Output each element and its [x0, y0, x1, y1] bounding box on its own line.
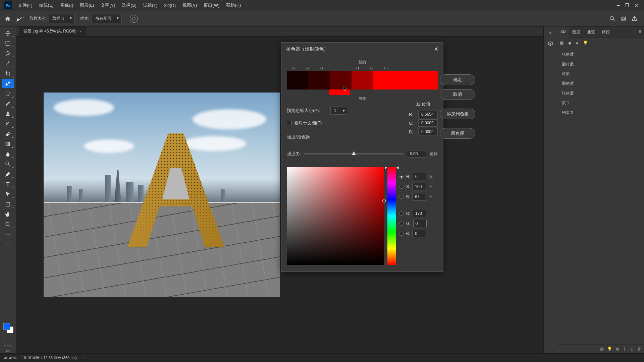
intensity-input[interactable]: 0.00	[407, 150, 426, 158]
relative-checkbox-row[interactable]: 相对于文档(E)	[287, 120, 402, 126]
blur-tool[interactable]	[2, 149, 14, 159]
more-tools[interactable]: ⋯	[2, 230, 14, 239]
screen-mode-icon[interactable]: ▭	[6, 349, 10, 353]
intensity-slider[interactable]	[304, 153, 404, 155]
menu-edit[interactable]: 编辑(E)	[36, 1, 57, 10]
list-item[interactable]: 束 1	[557, 98, 644, 108]
list-item[interactable]: 张材质	[557, 50, 644, 59]
foreground-swatch[interactable]	[3, 323, 10, 330]
scene-filter-icon[interactable]: ▦	[560, 41, 564, 45]
swatch-minus2[interactable]	[308, 71, 330, 89]
exposure-swatches[interactable]	[287, 71, 438, 89]
menu-3d[interactable]: 3D(D)	[161, 2, 179, 9]
move-tool[interactable]	[2, 28, 14, 38]
swatch-plus1[interactable]	[373, 71, 394, 89]
rr-radio[interactable]	[399, 212, 404, 216]
saturation-value-field[interactable]	[287, 167, 384, 265]
minimize-icon[interactable]: ━	[617, 3, 620, 8]
crop-tool[interactable]	[2, 69, 14, 78]
document-tab[interactable]: 背景.jpg @ 45.5% (A, RGB/8) ×	[19, 26, 86, 36]
bb-radio[interactable]	[399, 232, 404, 236]
lasso-tool[interactable]	[2, 49, 14, 58]
home-icon[interactable]	[3, 14, 13, 24]
menu-window[interactable]: 窗口(W)	[200, 1, 223, 10]
menu-file[interactable]: 文件(F)	[15, 1, 36, 10]
tab-channels[interactable]: 通道	[584, 26, 598, 38]
gg-radio[interactable]	[399, 222, 404, 226]
eyedropper-tool[interactable]	[2, 79, 14, 88]
cam-icon[interactable]: ▣	[615, 347, 619, 351]
trash-icon[interactable]: 🗑	[637, 347, 641, 351]
menu-type[interactable]: 文字(Y)	[97, 1, 118, 10]
list-item[interactable]: 约束 2	[557, 108, 644, 118]
tab-3d[interactable]: 3D	[557, 26, 569, 38]
light-filter-icon[interactable]: 💡	[583, 41, 588, 45]
h-input[interactable]: 0	[413, 173, 426, 180]
panel-icon-3d[interactable]	[545, 39, 555, 49]
tool-preview-icon[interactable]: ˅	[15, 14, 25, 24]
swatch-minus1[interactable]	[330, 71, 352, 89]
sample-ring-icon[interactable]	[130, 15, 138, 23]
brush-tool[interactable]	[2, 99, 14, 108]
mesh-filter-icon[interactable]: ◆	[568, 41, 571, 45]
menu-select[interactable]: 选择(S)	[118, 1, 140, 10]
tab-layers[interactable]: 图层	[569, 26, 584, 38]
light-icon[interactable]: 💡	[607, 347, 612, 351]
history-brush-tool[interactable]	[2, 119, 14, 128]
maximize-icon[interactable]: ❐	[625, 3, 629, 8]
b-input[interactable]: 67	[413, 193, 426, 200]
new-icon[interactable]: ⭳	[623, 347, 627, 351]
ok-button[interactable]: 确定	[440, 74, 475, 85]
render-icon[interactable]: ▦	[600, 347, 604, 351]
cancel-button[interactable]: 取消	[440, 89, 475, 100]
slider-thumb[interactable]	[352, 151, 356, 155]
panel-menu-icon[interactable]: ≡	[636, 26, 644, 38]
g32-input[interactable]: 0.0009	[418, 119, 438, 127]
swatch-minus3[interactable]	[287, 71, 308, 89]
swatch-plus3[interactable]	[416, 71, 438, 89]
path-select-tool[interactable]	[2, 189, 14, 199]
menu-layer[interactable]: 图层(L)	[76, 1, 97, 10]
list-item[interactable]: 张材质	[557, 88, 644, 98]
color-swatches[interactable]	[2, 321, 14, 335]
dodge-tool[interactable]	[2, 159, 14, 169]
list-item[interactable]: 材质	[557, 69, 644, 79]
frame-icon[interactable]	[621, 16, 626, 21]
list-item[interactable]: 面材质	[557, 59, 644, 69]
b32-input[interactable]: 0.0009	[418, 128, 438, 135]
r32-input[interactable]: 0.6654	[418, 111, 438, 118]
hue-slider[interactable]: ▶◀	[387, 167, 396, 265]
tab-close-icon[interactable]: ×	[79, 29, 82, 34]
wand-tool[interactable]	[2, 59, 14, 68]
satval-indicator[interactable]	[382, 199, 386, 202]
collapse-icon[interactable]: «	[547, 28, 553, 37]
status-menu-icon[interactable]: 〉	[82, 355, 86, 360]
stamp-tool[interactable]	[2, 109, 14, 118]
rr-input[interactable]: 170	[413, 210, 426, 217]
dialog-close-icon[interactable]: ✕	[434, 46, 438, 52]
quick-mask-toggle[interactable]	[4, 338, 12, 346]
shape-tool[interactable]	[2, 199, 14, 209]
s-radio[interactable]	[399, 185, 404, 189]
relative-checkbox[interactable]	[287, 121, 291, 125]
menu-view[interactable]: 视图(V)	[179, 1, 200, 10]
add-swatch-button[interactable]: 添加到色板	[440, 109, 475, 119]
pen-tool[interactable]	[2, 169, 14, 179]
s-input[interactable]: 100	[413, 183, 426, 190]
zoom-tool[interactable]	[2, 220, 14, 229]
tab-paths[interactable]: 路径	[598, 26, 613, 38]
hand-tool[interactable]	[2, 209, 14, 219]
dialog-titlebar[interactable]: 拾色器（漫射颜色） ✕	[281, 43, 443, 56]
type-tool[interactable]	[2, 179, 14, 189]
color-library-button[interactable]: 颜色库	[440, 128, 475, 139]
menu-filter[interactable]: 滤镜(T)	[140, 1, 161, 10]
h-radio[interactable]	[399, 175, 404, 179]
sample-dropdown[interactable]: 所有图层	[92, 14, 122, 23]
swatch-plus2[interactable]	[394, 71, 416, 89]
b-radio[interactable]	[399, 195, 404, 199]
menu-image[interactable]: 图像(I)	[57, 1, 76, 10]
sample-size-dropdown[interactable]: 取样点	[49, 14, 75, 23]
marquee-tool[interactable]	[2, 39, 14, 48]
eraser-tool[interactable]	[2, 129, 14, 138]
close-window-icon[interactable]: ✕	[635, 3, 639, 8]
